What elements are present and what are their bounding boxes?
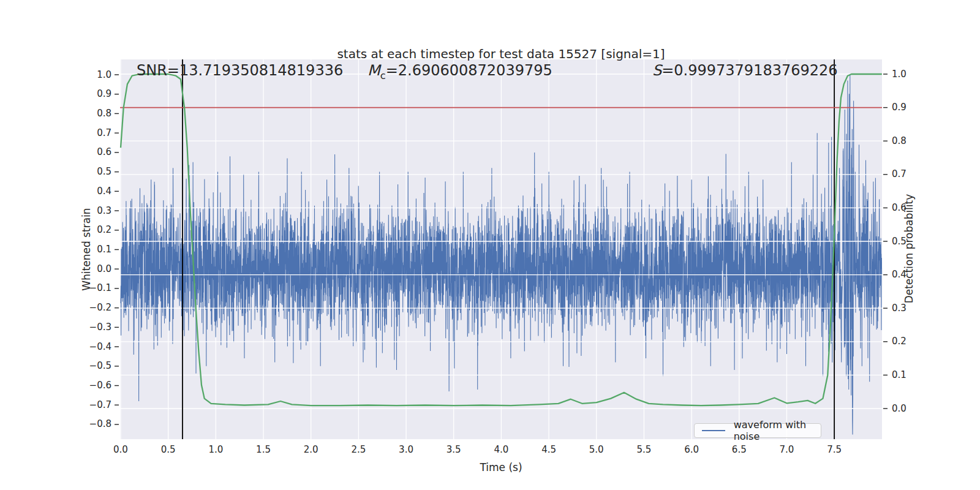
left-tick-label: 0.0 xyxy=(97,263,111,274)
x-tick-label: 6.5 xyxy=(732,444,747,455)
annotation-snr-value: 13.719350814819336 xyxy=(179,62,343,79)
right-tick-label: 0.3 xyxy=(892,303,907,314)
x-tick-label: 2.5 xyxy=(351,444,366,455)
x-tick-label: 1.5 xyxy=(256,444,271,455)
left-tick-label: −0.6 xyxy=(89,380,111,391)
left-tick-label: −0.7 xyxy=(89,399,111,410)
x-tick-label: 5.0 xyxy=(589,444,604,455)
annotation-chirp-mass-subscript: c xyxy=(380,70,386,81)
right-tick-label: 0.0 xyxy=(892,403,907,414)
x-tick-label: 4.0 xyxy=(494,444,508,455)
left-tick-label: 0.1 xyxy=(97,244,111,255)
x-tick-label: 4.5 xyxy=(541,444,556,455)
annotation-significance-value: 0.9997379183769226 xyxy=(674,62,837,79)
y-axis-label-right: Detection probability xyxy=(903,194,915,304)
x-tick-label: 3.0 xyxy=(399,444,413,455)
left-tick-label: −0.4 xyxy=(89,341,111,352)
left-tick-label: −0.5 xyxy=(89,360,111,371)
left-tick-label: 0.3 xyxy=(97,205,111,216)
left-tick-label: 0.4 xyxy=(97,186,111,197)
right-tick-label: 0.9 xyxy=(892,102,907,113)
right-tick-label: 1.0 xyxy=(892,69,907,80)
annotation-significance-symbol: S xyxy=(652,62,662,79)
left-tick-label: 0.7 xyxy=(97,127,111,138)
right-tick-label: 0.7 xyxy=(892,168,907,179)
annotation-significance-equals: = xyxy=(662,62,674,79)
x-tick-label: 0.0 xyxy=(113,444,128,455)
right-tick-label: 0.8 xyxy=(892,135,907,146)
annotation-significance: S=0.9997379183769226 xyxy=(652,62,838,79)
annotation-chirp-mass-symbol: M xyxy=(368,62,380,79)
x-tick-label: 1.0 xyxy=(208,444,223,455)
left-tick-label: 0.6 xyxy=(97,146,111,157)
left-tick-label: 0.5 xyxy=(97,166,111,177)
annotation-snr-prefix: SNR= xyxy=(137,62,179,79)
left-tick-label: −0.2 xyxy=(89,302,111,313)
figure-canvas: 0.00.51.01.52.02.53.03.54.04.55.05.56.06… xyxy=(0,0,980,490)
legend-line-swatch xyxy=(702,430,725,431)
left-tick-label: 0.8 xyxy=(97,108,111,119)
left-tick-label: 0.2 xyxy=(97,224,111,235)
left-tick-label: −0.8 xyxy=(89,418,111,429)
x-tick-label: 7.0 xyxy=(780,444,794,455)
x-tick-label: 6.0 xyxy=(684,444,699,455)
legend-label: waveform with noise xyxy=(734,419,821,442)
annotation-snr: SNR=13.719350814819336 xyxy=(137,62,343,79)
x-tick-label: 2.0 xyxy=(304,444,318,455)
annotation-chirp-mass: Mc=2.690600872039795 xyxy=(368,62,552,81)
left-tick-label: 0.9 xyxy=(97,88,111,99)
annotation-chirp-mass-equals: = xyxy=(386,62,398,79)
right-tick-label: 0.1 xyxy=(892,369,907,380)
legend: waveform with noise xyxy=(694,423,821,438)
x-axis-label: Time (s) xyxy=(480,461,522,473)
left-tick-label: −0.1 xyxy=(89,282,111,293)
x-tick-label: 0.5 xyxy=(161,444,176,455)
annotation-chirp-mass-value: 2.690600872039795 xyxy=(398,62,552,79)
x-tick-label: 7.5 xyxy=(827,444,842,455)
left-tick-label: 1.0 xyxy=(97,69,111,80)
x-tick-label: 5.5 xyxy=(636,444,651,455)
y-axis-label-left: Whitened strain xyxy=(80,208,92,290)
chart-title: stats at each timestep for test data 155… xyxy=(337,47,665,61)
right-tick-label: 0.2 xyxy=(892,336,907,347)
x-tick-label: 3.5 xyxy=(447,444,461,455)
left-tick-label: −0.3 xyxy=(89,322,111,333)
